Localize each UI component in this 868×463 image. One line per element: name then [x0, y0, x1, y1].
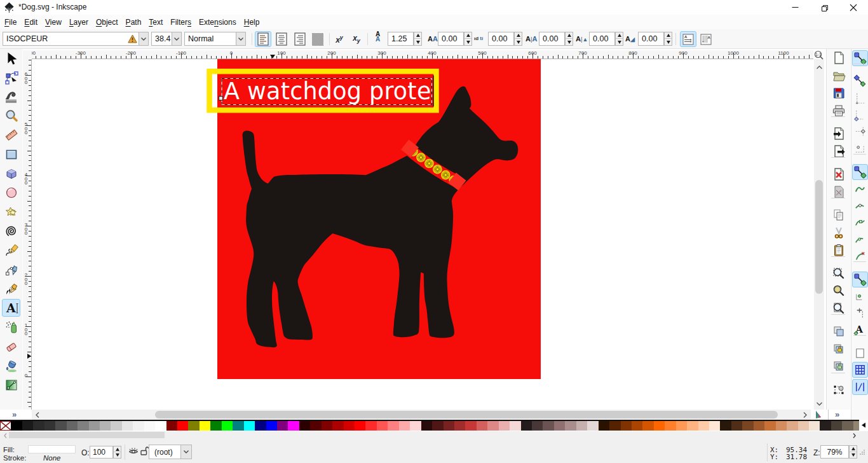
spin-down-button[interactable]: [850, 452, 857, 459]
palette-scroll-left-button[interactable]: [859, 420, 868, 431]
palette-swatch[interactable]: [798, 421, 809, 431]
tool-spray[interactable]: [2, 318, 20, 336]
menu-layer[interactable]: Layer: [65, 16, 92, 29]
tool-paintbucket[interactable]: [2, 357, 20, 375]
palette-swatch[interactable]: [188, 421, 199, 431]
spin-up-button[interactable]: [465, 32, 471, 39]
tool-measure[interactable]: [2, 126, 20, 144]
palette-swatch[interactable]: [776, 421, 787, 431]
spin-down-button[interactable]: [566, 39, 573, 45]
palette-swatch[interactable]: [100, 421, 111, 431]
tool-spiral[interactable]: [2, 222, 20, 240]
snap-grids-toggle[interactable]: [852, 362, 868, 378]
spin-up-button[interactable]: [616, 32, 623, 39]
resize-grip[interactable]: [860, 450, 865, 455]
palette-swatch[interactable]: [764, 421, 775, 431]
superscript-button[interactable]: xy: [332, 31, 347, 47]
palette-swatch[interactable]: [288, 421, 299, 431]
palette-swatch[interactable]: [687, 421, 698, 431]
snap-bbox-edges-toggle[interactable]: [852, 90, 868, 106]
rotation-field[interactable]: 0.00: [638, 32, 664, 46]
palette-swatch[interactable]: [210, 421, 221, 431]
palette-swatch[interactable]: [22, 421, 33, 431]
palette-swatch[interactable]: [532, 421, 543, 431]
tool-pen[interactable]: [2, 261, 20, 279]
palette-swatch[interactable]: [89, 421, 100, 431]
spin-up-button[interactable]: [414, 32, 421, 39]
import-button[interactable]: [831, 125, 847, 142]
palette-swatch[interactable]: [499, 421, 510, 431]
spin-down-button[interactable]: [114, 452, 121, 458]
letter-spacing-field[interactable]: 0.00: [438, 32, 464, 46]
snap-bbox-toggle[interactable]: [852, 73, 868, 89]
tool-pencil[interactable]: [2, 242, 20, 259]
zoom-drawing-button[interactable]: [831, 282, 847, 299]
tool-ellipse[interactable]: [2, 184, 20, 202]
align-center-button[interactable]: [273, 31, 290, 47]
font-style-field[interactable]: Normal: [184, 32, 236, 46]
palette-swatch[interactable]: [820, 421, 831, 431]
palette-swatch[interactable]: [709, 421, 720, 431]
palette-swatch[interactable]: [842, 421, 853, 431]
layer-selector[interactable]: (root): [149, 445, 181, 459]
palette-swatch[interactable]: [654, 421, 665, 431]
spin-down-button[interactable]: [665, 39, 672, 45]
line-spacing-field[interactable]: 1.25: [388, 32, 414, 46]
palette-scroll-left-icon[interactable]: [1, 432, 9, 438]
menu-file[interactable]: File: [1, 16, 20, 29]
zoom-field[interactable]: 79%: [820, 445, 849, 459]
line-spacing-spinner[interactable]: [414, 32, 422, 46]
palette-swatch[interactable]: [731, 421, 742, 431]
palette-swatch[interactable]: [609, 421, 620, 431]
palette-swatch[interactable]: [233, 421, 243, 431]
menu-path[interactable]: Path: [122, 16, 146, 29]
palette-scrollbar-thumb[interactable]: [9, 432, 165, 438]
palette-swatch[interactable]: [621, 421, 632, 431]
rotation-spinner[interactable]: [664, 32, 672, 46]
snap-others-toggle[interactable]: [852, 272, 868, 287]
layer-lock-toggle[interactable]: [140, 445, 149, 458]
zoom-1-1-corner-button[interactable]: 1:1: [814, 50, 824, 59]
menu-text[interactable]: Text: [145, 16, 166, 29]
palette-swatch[interactable]: [388, 421, 398, 431]
snap-object-centers-toggle[interactable]: [852, 288, 868, 304]
palette-swatch[interactable]: [642, 421, 653, 431]
palette-swatch[interactable]: [222, 421, 233, 431]
palette-swatch[interactable]: [477, 421, 487, 431]
tool-zoom[interactable]: [2, 107, 20, 125]
vertical-shift-spinner[interactable]: [615, 32, 623, 46]
palette-swatch[interactable]: [510, 421, 520, 431]
menu-help[interactable]: Help: [240, 16, 264, 29]
palette-swatch[interactable]: [742, 421, 753, 431]
zoom-selection-button[interactable]: [831, 265, 847, 282]
palette-swatch[interactable]: [332, 421, 343, 431]
tool-eraser[interactable]: [2, 338, 20, 356]
text-anchor-handle[interactable]: [219, 97, 223, 100]
edit-xml-button[interactable]: [831, 382, 847, 398]
vertical-ruler[interactable]: 0100200300400500600: [23, 59, 32, 410]
palette-swatch[interactable]: [322, 421, 332, 431]
palette-swatch[interactable]: [554, 421, 565, 431]
menu-edit[interactable]: Edit: [20, 16, 41, 29]
palette-swatch[interactable]: [122, 421, 133, 431]
menu-filters[interactable]: Filters: [166, 16, 195, 29]
spin-down-button[interactable]: [616, 39, 623, 45]
palette-scroll-right-icon[interactable]: [850, 432, 858, 438]
tool-rectangle[interactable]: [2, 146, 20, 163]
spin-up-button[interactable]: [515, 32, 522, 39]
canvas[interactable]: A watchdog prote: [32, 59, 813, 410]
kerning-spinner[interactable]: [565, 32, 573, 46]
palette-swatch[interactable]: [67, 421, 78, 431]
palette-swatch[interactable]: [720, 421, 731, 431]
palette-swatch[interactable]: [11, 421, 22, 431]
tool-gradient[interactable]: [2, 376, 20, 394]
align-right-button[interactable]: [292, 31, 308, 47]
palette-swatch[interactable]: [787, 421, 797, 431]
snap-nodes-toggle[interactable]: [852, 164, 868, 180]
spin-down-button[interactable]: [414, 39, 421, 45]
font-size-dropdown[interactable]: [172, 32, 182, 46]
tool-text[interactable]: A: [2, 299, 20, 317]
tool-calligraphy[interactable]: [2, 280, 20, 298]
palette-swatch[interactable]: [44, 421, 55, 431]
vertical-scrollbar-thumb[interactable]: [815, 180, 823, 294]
